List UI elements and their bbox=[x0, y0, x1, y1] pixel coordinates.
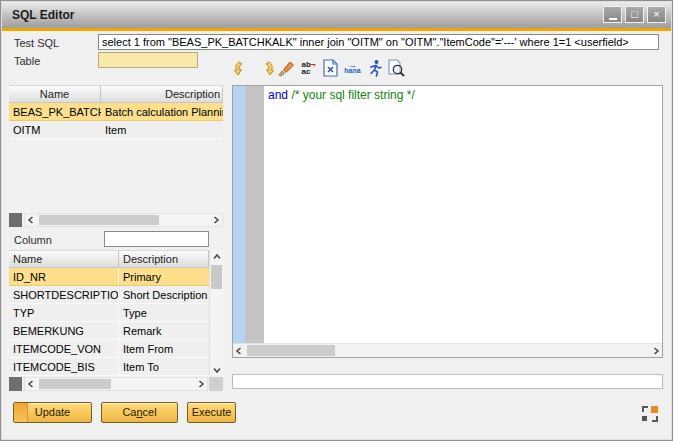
scroll-left-icon[interactable] bbox=[25, 214, 37, 226]
replace-icon[interactable]: ab¬ac bbox=[299, 58, 318, 79]
preview-icon[interactable] bbox=[387, 58, 406, 79]
scrollbar-track[interactable] bbox=[24, 377, 208, 391]
editor-selection-margin bbox=[233, 86, 245, 343]
table-row[interactable]: BEAS_PK_BATCH Batch calculation Planning bbox=[9, 103, 223, 121]
tables-list: Name Description BEAS_PK_BATCH Batch cal… bbox=[9, 85, 223, 213]
test-sql-label: Test SQL bbox=[14, 37, 59, 49]
column-row[interactable]: ITEMCODE_BIS Item To bbox=[9, 358, 209, 376]
undo-icon[interactable] bbox=[233, 58, 252, 79]
column-row[interactable]: SHORTDESCRIPTION Short Description bbox=[9, 286, 209, 304]
columns-vscrollbar[interactable] bbox=[209, 250, 223, 377]
editor-gutter bbox=[245, 86, 264, 343]
syntax-check-icon[interactable] bbox=[321, 58, 340, 79]
close-icon: × bbox=[653, 9, 659, 20]
column-label: Column bbox=[14, 234, 52, 246]
scrollbar-thumb[interactable] bbox=[247, 345, 335, 356]
column-filter-input[interactable] bbox=[104, 231, 209, 247]
window-title: SQL Editor bbox=[12, 2, 74, 28]
scroll-up-icon[interactable] bbox=[210, 250, 223, 264]
maximize-button[interactable]: □ bbox=[625, 6, 644, 23]
test-sql-input[interactable] bbox=[98, 34, 659, 50]
editor-text-area[interactable]: and /* your sql filter string */ bbox=[264, 86, 662, 343]
scrollbar-thumb[interactable] bbox=[39, 215, 159, 225]
scrollbar-track[interactable] bbox=[24, 213, 223, 227]
format-brush-icon[interactable] bbox=[277, 58, 296, 79]
column-row[interactable]: TYP Type bbox=[9, 304, 209, 322]
scroll-right-icon[interactable] bbox=[210, 214, 222, 226]
scroll-down-icon[interactable] bbox=[210, 363, 223, 377]
accent-line bbox=[2, 28, 671, 31]
editor-toolbar: ab¬ac →hana bbox=[233, 57, 406, 79]
splitter-handle[interactable] bbox=[9, 377, 22, 391]
editor-hscrollbar[interactable] bbox=[233, 343, 662, 357]
update-button[interactable]: Update bbox=[13, 402, 92, 423]
close-button[interactable]: × bbox=[647, 6, 666, 23]
columns-hscrollbar bbox=[9, 377, 223, 391]
table-row[interactable]: OITM Item bbox=[9, 121, 223, 139]
columns-header-name: Name bbox=[9, 250, 119, 268]
scrollbar-corner bbox=[209, 377, 223, 391]
scrollbar-thumb[interactable] bbox=[211, 265, 222, 289]
default-button-stripe bbox=[14, 403, 28, 422]
tables-header-name: Name bbox=[9, 85, 101, 103]
tables-header-description: Description bbox=[101, 85, 223, 103]
scroll-right-icon[interactable] bbox=[195, 378, 207, 390]
sql-code-editor: and /* your sql filter string */ bbox=[232, 85, 663, 358]
columns-list: Name Description ID_NR Primary SHORTDESC… bbox=[9, 250, 223, 377]
execute-button[interactable]: Execute bbox=[187, 402, 236, 423]
splitter-handle[interactable] bbox=[9, 213, 22, 227]
columns-header-description: Description bbox=[119, 250, 209, 268]
sql-editor-window: SQL Editor □ × Test SQL Table ab¬ac →han… bbox=[0, 0, 673, 441]
scroll-left-icon[interactable] bbox=[233, 344, 245, 357]
maximize-icon: □ bbox=[631, 9, 638, 20]
table-input[interactable] bbox=[98, 52, 198, 68]
cancel-button[interactable]: Cancel bbox=[101, 402, 178, 423]
resize-window-icon[interactable] bbox=[641, 405, 659, 423]
sql-keyword: and bbox=[268, 88, 288, 102]
run-icon[interactable] bbox=[365, 58, 384, 79]
status-input[interactable] bbox=[232, 374, 663, 389]
column-row[interactable]: ITEMCODE_VON Item From bbox=[9, 340, 209, 358]
table-label: Table bbox=[14, 55, 40, 67]
redo-icon[interactable] bbox=[255, 58, 274, 79]
scroll-left-icon[interactable] bbox=[25, 378, 37, 390]
column-row[interactable]: ID_NR Primary bbox=[9, 268, 209, 286]
scrollbar-thumb[interactable] bbox=[39, 379, 111, 389]
tables-hscrollbar bbox=[9, 213, 223, 227]
hana-convert-icon[interactable]: →hana bbox=[343, 58, 362, 79]
column-row[interactable]: BEMERKUNG Remark bbox=[9, 322, 209, 340]
minimize-icon bbox=[609, 18, 617, 20]
title-bar[interactable]: SQL Editor □ × bbox=[2, 2, 671, 28]
sql-comment: /* your sql filter string */ bbox=[291, 88, 414, 102]
minimize-button[interactable] bbox=[603, 6, 622, 23]
scroll-right-icon[interactable] bbox=[650, 344, 662, 357]
